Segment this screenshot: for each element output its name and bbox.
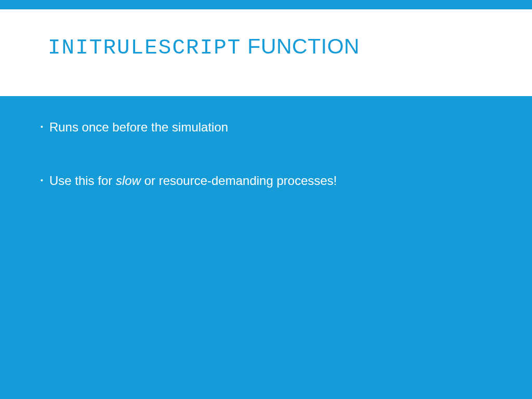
bullet-text: Use this for slow or resource-demanding … bbox=[49, 172, 337, 189]
slide-title: INITRULESCRIPT FUNCTION bbox=[48, 34, 532, 60]
bullet-marker-icon: • bbox=[41, 177, 43, 184]
title-section: INITRULESCRIPT FUNCTION bbox=[0, 9, 532, 96]
bullet-text-prefix: Use this for bbox=[49, 174, 116, 188]
bullet-text: Runs once before the simulation bbox=[49, 119, 228, 135]
bullet-item: • Runs once before the simulation bbox=[41, 119, 501, 135]
bullet-text-suffix: or resource-demanding processes! bbox=[141, 174, 337, 188]
title-code-part: INITRULESCRIPT bbox=[48, 36, 241, 60]
content-section: • Runs once before the simulation • Use … bbox=[0, 96, 532, 392]
bullet-item: • Use this for slow or resource-demandin… bbox=[41, 172, 501, 189]
bullet-marker-icon: • bbox=[41, 123, 43, 130]
title-function-part: FUNCTION bbox=[241, 34, 360, 58]
top-accent-bar bbox=[0, 0, 532, 9]
bullet-text-prefix: Runs once before the simulation bbox=[49, 120, 228, 134]
bullet-text-italic: slow bbox=[116, 174, 141, 188]
